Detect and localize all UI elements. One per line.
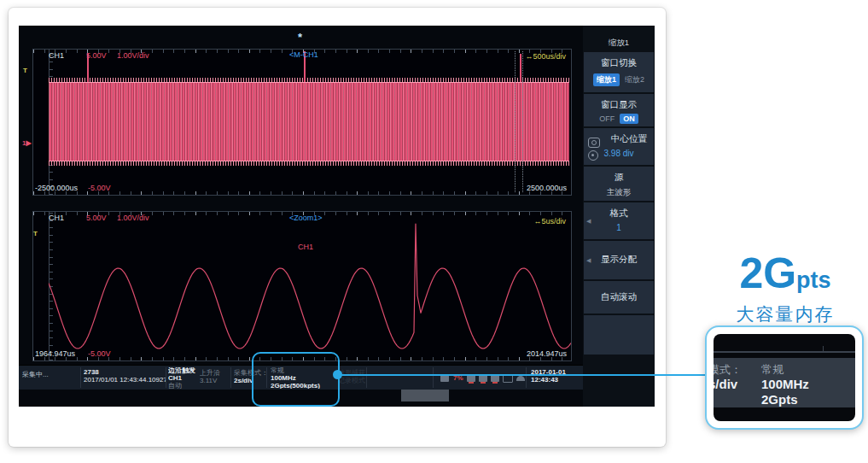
on-option[interactable]: ON [620,114,638,124]
source-value: 主波形 [584,184,654,198]
auto-scroll-section[interactable]: 自动滚动 [584,281,654,314]
inactive-mode-cell: 波形捕获 记录模式 [338,367,365,389]
record-count-cell: 2738 2017/01/01 12:43:44.1092736 [84,367,166,389]
trigger-level: 3.11V [200,378,229,385]
main-waveform-panel: CH1 5.00V 1.00V/div <M-CH1 ↔500us/div -2… [32,49,572,196]
pulse-spike [520,54,521,82]
axis-line [714,351,855,353]
magnified-bandwidth: 100MHz [761,377,809,392]
zoom-wave-svg [49,219,571,359]
volt-min-readout: -5.00V [88,184,111,192]
zoom-window-cursor-left[interactable] [515,51,516,192]
marker-label: <M-CH1 [289,50,318,59]
format-section[interactable]: ◀ 格式 1 [584,202,654,239]
trigger-level-marker[interactable]: T [33,231,38,237]
clock-cell: 2017-01-01 12:43:43 [531,367,580,389]
window-display-label: 窗口显示 [584,94,654,111]
timebase-readout: ↔500us/div [525,52,566,61]
memory-unit-text: pts [796,267,831,293]
axis-tick [823,346,824,351]
acquisition-state-cell: 采集中... [22,367,79,389]
magnified-screen-crop: 模式： s/div 常规 100MHz 2Gpts [714,334,855,421]
off-option[interactable]: OFF [599,114,615,123]
time-readout: 12:43:43 [531,377,580,384]
trigger-mode: 自动 [168,383,196,389]
volt-min-readout: -5.00V [88,349,111,358]
time-right-readout: 2014.947us [527,349,567,358]
magnified-status-band: 模式： s/div 常规 100MHz 2Gpts [714,358,855,407]
center-position-section[interactable]: 中心位置 3.98 div [584,128,654,165]
window-switch-label: 窗口切换 [584,52,654,69]
window-switch-section[interactable]: 窗口切换 缩放1 缩放2 [584,52,654,92]
bottom-graticule-ticks [33,191,571,195]
faint-label-2: 记录模式 [338,378,365,385]
memory-size-text: 2Gpts [708,251,862,302]
record-datetime: 2017/01/01 12:43:44.1092736 [84,377,166,384]
expand-left-icon: ◀ [586,257,591,264]
offset-readout: 5.00V [86,51,107,60]
time-left-readout: 1964.947us [35,349,75,358]
channel-label: CH1 [49,51,64,60]
memory-annotation: 2Gpts 大容量内存 [708,251,862,326]
channel-label: CH1 [49,214,64,222]
format-label: 格式 [584,202,654,220]
highlight-frame [252,352,340,407]
memory-caption: 大容量内存 [708,302,862,326]
trigger-position-marker[interactable]: * [298,34,302,41]
jog-shuttle-icon [588,150,598,161]
screenshot-card: CH1 5.00V 1.00V/div <M-CH1 ↔500us/div -2… [9,8,666,447]
auto-scroll-label: 自动滚动 [584,281,654,303]
magnified-points: 2Gpts [761,392,809,407]
oscilloscope-screen: CH1 5.00V 1.00V/div <M-CH1 ↔500us/div -2… [19,26,655,407]
scale-readout: 1.00V/div [117,51,149,60]
source-section[interactable]: 源 主波形 [584,167,654,201]
time-left-readout: -2500.000us [35,184,78,192]
channel1-position-marker[interactable]: 1▶ [22,140,32,147]
window-display-section[interactable]: 窗口显示 OFF ON [584,94,654,126]
timebase-readout: ↔5us/div [533,217,566,226]
trigger-edge-cell: 上升沿 3.11V [200,367,229,389]
magnified-mode-label: 模式： [714,362,742,377]
time-right-readout: 2500.000us [527,184,567,192]
sidebar-title: 缩放1 [583,38,655,49]
trigger-level-marker[interactable]: T [23,67,27,74]
callout-connector-line [341,374,709,376]
acquisition-state: 采集中... [22,372,79,379]
softkey-sidebar: 缩放1 窗口切换 缩放1 缩放2 窗口显示 OFF ON 中心位置 3. [583,26,655,407]
expand-left-icon: ◀ [586,218,591,225]
format-value: 1 [584,220,654,232]
knob-icon [588,138,600,148]
zoom-label: <Zoom1> [289,214,323,222]
status-icons-cell: 7% [440,367,526,389]
magnified-normal: 常规 [761,362,809,377]
display-allocation-label: 显示分配 [584,241,654,266]
zoom1-chip[interactable]: 缩放1 [593,73,620,86]
zoom-waveform-panel: CH1 5.00V 1.00V/div <Zoom1> ↔5us/div CH1… [32,211,572,361]
magnified-callout-box: 模式： s/div 常规 100MHz 2Gpts [705,325,864,430]
network-icon[interactable] [516,376,525,381]
trigger-cell: 边沿触发 CH1 自动 [168,367,196,389]
zoom-window-cursor-right[interactable] [522,51,523,192]
source-label: 源 [584,167,654,184]
trace-channel-tag: CH1 [298,243,313,251]
callout-anchor-dot [333,370,342,379]
display-allocation-section[interactable]: ◀ 显示分配 [584,241,654,279]
zoom2-chip[interactable]: 缩放2 [625,74,644,85]
bottom-handle[interactable] [401,390,449,401]
magnified-tdiv: s/div [714,377,742,392]
main-waveform-trace [49,82,569,161]
offset-readout: 5.00V [86,214,107,222]
empty-section [584,315,654,355]
scale-readout: 1.00V/div [117,214,149,222]
